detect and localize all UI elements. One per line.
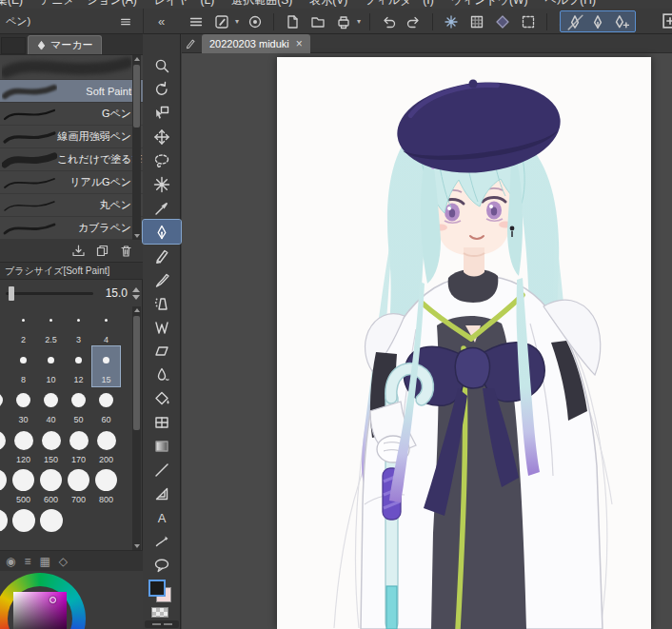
chevron-down-icon[interactable]: ▾: [357, 17, 361, 26]
grid-button[interactable]: [467, 12, 486, 31]
tool-pen[interactable]: [143, 220, 181, 244]
brush-size-preset[interactable]: 2.5: [37, 306, 65, 346]
canvas-page[interactable]: [277, 57, 651, 629]
brush-size-slider[interactable]: [6, 292, 93, 295]
tab-color-slider[interactable]: ≡: [24, 555, 30, 568]
saturation-value-square[interactable]: [13, 592, 67, 629]
tab-color-mixer[interactable]: ◇: [59, 555, 68, 568]
brush-size-preset-cut[interactable]: [0, 386, 10, 426]
new-page-button[interactable]: [283, 12, 302, 31]
foreground-color-chip[interactable]: [148, 580, 166, 597]
tool-pencil[interactable]: [143, 244, 181, 267]
brush-size-preset[interactable]: 800: [92, 466, 120, 506]
scroll-down-icon[interactable]: [134, 544, 140, 548]
duplicate-subtool-button[interactable]: [95, 244, 109, 258]
slider-handle[interactable]: [9, 286, 14, 301]
import-subtool-button[interactable]: [71, 244, 86, 258]
brush-size-preset[interactable]: 30: [10, 386, 37, 426]
brush-size-preset[interactable]: 40: [37, 386, 65, 426]
brush-size-preset[interactable]: 12: [65, 346, 92, 386]
document-tab[interactable]: 20220203 miduki ×: [202, 34, 310, 53]
brush-size-preset-cut[interactable]: [0, 466, 10, 506]
brush-size-preset[interactable]: 120: [10, 426, 37, 466]
brush-size-preset[interactable]: 50: [65, 386, 92, 426]
tool-zoom[interactable]: [143, 53, 181, 77]
brush-size-preset[interactable]: 170: [65, 426, 92, 466]
menu-item-animation[interactable]: アニメーション(A): [40, 0, 137, 9]
tool-ruler[interactable]: [143, 482, 181, 505]
tool-figure[interactable]: [143, 458, 181, 482]
brush-size-preset[interactable]: 3: [65, 306, 92, 346]
tool-text[interactable]: A: [143, 505, 181, 529]
close-tab-icon[interactable]: ×: [296, 37, 303, 50]
brush-row-partial[interactable]: [0, 55, 143, 80]
scrollbar-thumb[interactable]: [133, 316, 140, 430]
tool-airbrush[interactable]: [143, 291, 181, 315]
tool-balloon[interactable]: [143, 553, 181, 577]
brush-row-real-g-pen[interactable]: リアルGペン: [0, 171, 143, 194]
spinner-up-icon[interactable]: [132, 287, 140, 292]
scroll-up-icon[interactable]: [134, 57, 140, 61]
transparent-color-chip[interactable]: [151, 607, 168, 618]
brush-row-lineart-pen[interactable]: 線画用強弱ペン: [0, 126, 143, 148]
brush-row-paint-brush[interactable]: これだけで塗る筆: [0, 148, 143, 171]
menu-item-filter[interactable]: フィルター(I): [365, 0, 433, 9]
subtool-tab-stub[interactable]: [1, 37, 26, 54]
scroll-up-icon[interactable]: [134, 308, 140, 312]
brush-size-preset[interactable]: 8: [10, 346, 37, 386]
tab-color-wheel[interactable]: ◉: [6, 555, 15, 568]
menu-item-layer[interactable]: レイヤー(L): [154, 0, 215, 9]
brush-row-kabura-pen[interactable]: カブラペン: [0, 217, 143, 240]
scrollbar-thumb[interactable]: [133, 65, 140, 128]
brush-size-preset-cut[interactable]: [0, 506, 10, 546]
tool-move-layer[interactable]: [143, 125, 181, 148]
tool-eyedropper[interactable]: [143, 196, 181, 220]
tool-strip-grip[interactable]: [145, 620, 179, 628]
brush-size-preset[interactable]: 150: [37, 426, 65, 466]
pen-slash-button[interactable]: [565, 12, 584, 31]
tool-eraser[interactable]: [143, 339, 181, 363]
open-folder-button[interactable]: [308, 12, 327, 31]
brush-size-preset[interactable]: 500: [10, 466, 37, 506]
size-grid-scrollbar[interactable]: [132, 306, 141, 550]
brush-size-preset-cut[interactable]: [0, 306, 10, 346]
tool-gradient[interactable]: [143, 434, 181, 458]
redo-button[interactable]: [405, 12, 424, 31]
register-button[interactable]: [246, 12, 265, 31]
undo-button[interactable]: [379, 12, 398, 31]
main-menu-button[interactable]: [187, 12, 206, 31]
tool-brush[interactable]: [143, 267, 181, 291]
material-button[interactable]: [493, 12, 512, 31]
spinner-down-icon[interactable]: [132, 295, 140, 300]
brush-size-preset[interactable]: [10, 506, 37, 546]
brush-size-preset[interactable]: 700: [65, 466, 92, 506]
toolbar-icon-cut[interactable]: [661, 11, 672, 30]
tool-selection[interactable]: [143, 148, 181, 172]
panel-menu-button[interactable]: [116, 12, 135, 31]
brush-size-preset[interactable]: 4: [92, 306, 120, 346]
scroll-down-icon[interactable]: [134, 234, 140, 238]
brush-row-g-pen[interactable]: Gペン: [0, 103, 143, 126]
brush-row-soft-paint[interactable]: Soft Paint: [0, 80, 143, 103]
tool-frame[interactable]: [143, 410, 181, 434]
brush-size-preset-cut[interactable]: [0, 426, 10, 466]
tool-operate[interactable]: [143, 101, 181, 125]
menu-item-help[interactable]: ヘルプ(H): [544, 0, 596, 9]
tool-correct-line[interactable]: [143, 529, 181, 553]
menu-item-select[interactable]: 選択範囲(S): [231, 0, 292, 9]
collapse-panel-button[interactable]: «: [143, 9, 179, 34]
chevron-down-icon[interactable]: ▾: [235, 17, 239, 26]
brush-size-preset-selected[interactable]: 15: [92, 346, 120, 386]
brush-size-preset[interactable]: [37, 506, 65, 546]
tab-color-set[interactable]: ▦: [40, 555, 50, 568]
pen-add-button[interactable]: [611, 12, 630, 31]
brush-size-preset[interactable]: 2: [10, 306, 37, 346]
brush-size-preset[interactable]: 10: [37, 346, 65, 386]
pen-button[interactable]: [588, 12, 607, 31]
brush-size-preset[interactable]: 60: [92, 386, 120, 426]
tool-rotate[interactable]: [143, 77, 181, 101]
brush-list-scrollbar[interactable]: [132, 55, 141, 240]
brush-row-maru-pen[interactable]: 丸ペン: [0, 194, 143, 217]
tool-auto-select[interactable]: [143, 172, 181, 196]
delete-subtool-button[interactable]: [119, 244, 133, 258]
